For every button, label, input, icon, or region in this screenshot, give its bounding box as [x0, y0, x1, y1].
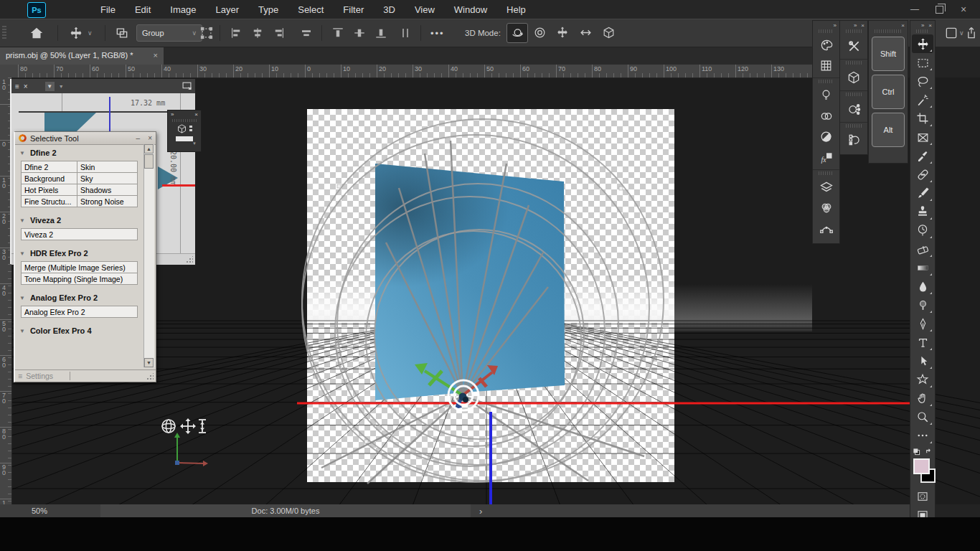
auto-select-icon[interactable]: [115, 26, 129, 40]
distribute-vertical-icon[interactable]: [399, 27, 412, 39]
custom-shape-tool[interactable]: [912, 370, 933, 389]
section-header-analog-efex-pro-2[interactable]: ▼Analog Efex Pro 2: [19, 293, 143, 302]
zoom-level-field[interactable]: 50%: [32, 507, 47, 515]
blur-tool[interactable]: [912, 277, 933, 296]
menu-view[interactable]: View: [415, 4, 435, 15]
panel-close-icon[interactable]: ×: [861, 22, 864, 29]
styles-panel-icon[interactable]: fx: [813, 147, 839, 168]
filter-button[interactable]: Merge (Multiple Image Series): [21, 261, 138, 273]
panel-collapse-icon[interactable]: »: [834, 22, 837, 29]
section-header-color-efex-pro-4[interactable]: ▼Color Efex Pro 4: [19, 326, 143, 335]
dodge-tool[interactable]: [912, 296, 933, 314]
menu-file[interactable]: File: [100, 4, 116, 15]
gradient-tool[interactable]: [912, 258, 933, 277]
menu-help[interactable]: Help: [507, 4, 526, 15]
status-chevron-icon[interactable]: ›: [479, 506, 482, 517]
tools-presets-panel-icon[interactable]: [840, 34, 867, 57]
3d-cube-icon[interactable]: [176, 123, 187, 134]
filter-button[interactable]: Analog Efex Pro 2: [21, 306, 138, 318]
frame-tool[interactable]: [912, 128, 933, 146]
eyedropper-tool[interactable]: [912, 146, 933, 165]
3d-orbit-mode-button[interactable]: [507, 23, 528, 43]
magic-wand-tool[interactable]: [912, 90, 933, 109]
mini-window-header[interactable]: ≡ × ▼ ▼: [11, 79, 195, 93]
filter-button[interactable]: Skin: [77, 161, 138, 173]
3d-scale-mode-button[interactable]: [598, 23, 618, 42]
filter-button[interactable]: Background: [21, 172, 77, 184]
mini-export-icon[interactable]: [182, 82, 192, 91]
menu-type[interactable]: Type: [258, 4, 278, 15]
menu-3d[interactable]: 3D: [383, 4, 395, 15]
section-header-hdr-efex-pro-2[interactable]: ▼HDR Efex Pro 2: [19, 249, 143, 258]
marquee-tool[interactable]: [912, 53, 933, 72]
mini-close-icon[interactable]: ×: [24, 83, 28, 90]
scroll-up-icon[interactable]: ▲: [144, 144, 154, 154]
scroll-down-icon[interactable]: ▼: [144, 358, 154, 367]
creative-cloud-panel-icon[interactable]: [813, 105, 839, 126]
panel-close-icon[interactable]: ×: [148, 134, 152, 142]
disclosure-triangle-icon[interactable]: ▼: [19, 295, 25, 301]
chevron-down-icon[interactable]: ∨: [88, 29, 93, 37]
align-bars-icon[interactable]: [300, 27, 313, 39]
menu-window[interactable]: Window: [454, 4, 487, 15]
lighting-panel-icon[interactable]: [813, 85, 839, 105]
align-right-icon[interactable]: [273, 27, 286, 39]
layers-panel-icon[interactable]: [813, 176, 839, 197]
mini-chevron-icon[interactable]: ▼: [59, 84, 64, 89]
mini-capture-icon[interactable]: ▼: [45, 82, 55, 91]
workspace-frame-icon[interactable]: [944, 26, 958, 40]
type-tool[interactable]: [912, 333, 933, 352]
history-brush-tool[interactable]: [912, 221, 933, 240]
hand-tool[interactable]: [912, 389, 933, 408]
3d-widget-dropdown[interactable]: [176, 136, 193, 141]
menu-filter[interactable]: Filter: [343, 4, 364, 15]
panel-grip[interactable]: [172, 119, 197, 122]
filter-button[interactable]: Shadows: [77, 184, 138, 196]
transform-controls-icon[interactable]: [199, 26, 214, 40]
panel-close-icon[interactable]: ×: [901, 22, 905, 29]
move-tool[interactable]: [912, 34, 933, 53]
settings-row[interactable]: ≡ Settings: [15, 369, 156, 382]
color-panel-icon[interactable]: [813, 34, 839, 55]
align-center-icon[interactable]: [251, 27, 264, 39]
shift-key-button[interactable]: Shift: [872, 37, 905, 71]
disclosure-triangle-icon[interactable]: ▼: [19, 328, 25, 334]
zoom-tool[interactable]: [912, 408, 933, 426]
filter-button[interactable]: Sky: [77, 172, 138, 184]
window-minimize-button[interactable]: —: [903, 0, 927, 19]
menu-select[interactable]: Select: [298, 4, 324, 15]
dropdown-chevron-icon[interactable]: ▼: [168, 141, 201, 146]
move-tool-preset-icon[interactable]: [69, 26, 83, 40]
menu-layer[interactable]: Layer: [216, 4, 240, 15]
disclosure-triangle-icon[interactable]: ▼: [19, 217, 25, 224]
panel-collapse-icon[interactable]: »: [921, 22, 924, 29]
filter-button[interactable]: Tone Mapping (Single Image): [21, 273, 138, 285]
3d-slide-mode-button[interactable]: [575, 23, 595, 42]
document-tab[interactable]: prism.obj @ 50% (Layer 1, RGB/8) * ×: [0, 46, 164, 65]
menu-image[interactable]: Image: [170, 4, 196, 15]
path-selection-tool[interactable]: [912, 352, 933, 370]
menu-edit[interactable]: Edit: [135, 4, 151, 15]
3d-pan-mode-button[interactable]: [552, 23, 573, 42]
adjustments-panel-icon[interactable]: [813, 126, 839, 147]
selective-tool-panel[interactable]: Selective Tool – × ▼Dfine 2Dfine 2SkinBa…: [14, 131, 156, 382]
3d-roll-mode-button[interactable]: [529, 23, 550, 42]
distribute-middle-icon[interactable]: [353, 27, 366, 39]
3d-widget-panel[interactable]: »× ▼: [167, 110, 202, 152]
distribute-bottom-icon[interactable]: [374, 27, 387, 39]
align-left-icon[interactable]: [230, 27, 242, 39]
window-close-button[interactable]: ×: [951, 0, 976, 19]
quick-mask-button[interactable]: [912, 487, 933, 506]
3d-panel-icon[interactable]: [840, 66, 867, 89]
panel-close-icon[interactable]: ×: [928, 22, 932, 29]
home-icon[interactable]: [29, 25, 44, 41]
window-restore-button[interactable]: [927, 0, 951, 19]
brush-tool[interactable]: [912, 184, 933, 202]
swatches-panel-icon[interactable]: [813, 55, 839, 76]
foreground-color-swatch[interactable]: [913, 458, 930, 474]
photoshop-logo[interactable]: Ps: [27, 2, 46, 18]
panel-close-icon[interactable]: ×: [194, 111, 198, 118]
horizontal-ruler[interactable]: 8070605040302010010203040506070809010011…: [0, 65, 812, 78]
filter-button[interactable]: Fine Structu...: [21, 195, 77, 207]
panel-collapse-icon[interactable]: »: [171, 111, 174, 118]
